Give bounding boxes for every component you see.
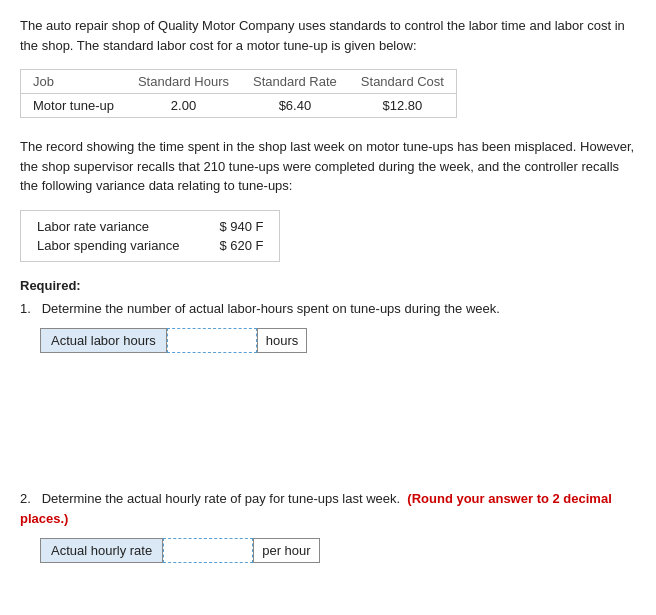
variance-value-1: $ 940 F (219, 219, 263, 234)
col-header-std-hours: Standard Hours (126, 70, 241, 94)
q2-unit: per hour (253, 538, 319, 563)
required-label: Required: (20, 278, 636, 293)
variance-box: Labor rate variance $ 940 F Labor spendi… (20, 210, 280, 262)
table-row: Motor tune-up 2.00 $6.40 $12.80 (21, 94, 456, 118)
q2-text1: Determine the actual hourly rate of pay … (42, 491, 400, 506)
q2-answer-label: Actual hourly rate (40, 538, 163, 563)
q1-text: Determine the number of actual labor-hou… (42, 301, 500, 316)
standards-table-container: Job Standard Hours Standard Rate Standar… (20, 69, 457, 118)
q2-answer-row: Actual hourly rate per hour (40, 538, 636, 563)
required-section: Required: 1. Determine the number of act… (20, 278, 636, 564)
q2-number: 2. (20, 491, 31, 506)
std-cost-cell: $12.80 (349, 94, 456, 118)
intro-text: The auto repair shop of Quality Motor Co… (20, 16, 636, 55)
section2-text: The record showing the time spent in the… (20, 137, 636, 196)
q1-number: 1. (20, 301, 31, 316)
q1-answer-label: Actual labor hours (40, 328, 167, 353)
variance-row-1: Labor rate variance $ 940 F (37, 217, 263, 236)
variance-row-2: Labor spending variance $ 620 F (37, 236, 263, 255)
variance-label-2: Labor spending variance (37, 238, 179, 253)
q1-unit: hours (257, 328, 308, 353)
std-hours-cell: 2.00 (126, 94, 241, 118)
col-header-job: Job (21, 70, 126, 94)
q1-input[interactable] (167, 328, 257, 353)
question-1: 1. Determine the number of actual labor-… (20, 299, 636, 319)
q2-input[interactable] (163, 538, 253, 563)
variance-value-2: $ 620 F (219, 238, 263, 253)
std-rate-cell: $6.40 (241, 94, 349, 118)
col-header-std-rate: Standard Rate (241, 70, 349, 94)
col-header-std-cost: Standard Cost (349, 70, 456, 94)
standards-table: Job Standard Hours Standard Rate Standar… (21, 70, 456, 117)
question-2: 2. Determine the actual hourly rate of p… (20, 489, 636, 528)
job-cell: Motor tune-up (21, 94, 126, 118)
q1-answer-row: Actual labor hours hours (40, 328, 636, 353)
variance-label-1: Labor rate variance (37, 219, 149, 234)
